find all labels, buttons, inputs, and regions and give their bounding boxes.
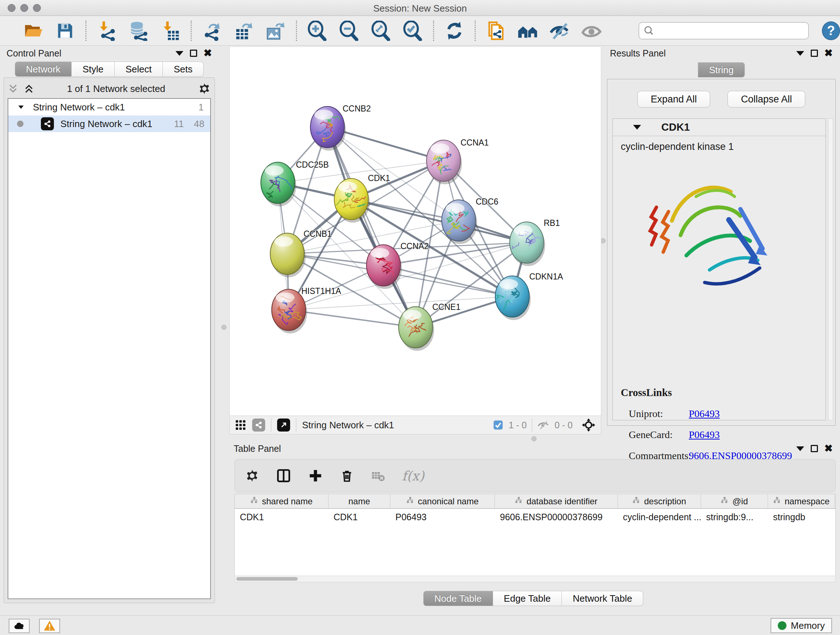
- cloud-button[interactable]: [9, 619, 30, 633]
- column-header-description[interactable]: description: [618, 494, 701, 508]
- refresh-button[interactable]: [444, 20, 465, 42]
- table-cell[interactable]: CDK1: [235, 509, 328, 525]
- add-column-plus-icon[interactable]: [308, 468, 323, 483]
- network-edge[interactable]: [327, 127, 416, 327]
- left-splitter-handle[interactable]: [221, 325, 226, 330]
- column-header-name[interactable]: name: [328, 494, 390, 508]
- collapse-all-button[interactable]: Collapse All: [728, 91, 805, 108]
- gear-icon[interactable]: [198, 82, 211, 95]
- show-columns-icon[interactable]: [276, 468, 291, 483]
- search-input[interactable]: [654, 26, 804, 36]
- export-network-button[interactable]: [201, 20, 223, 42]
- export-image-button[interactable]: [265, 20, 286, 42]
- tab-sets[interactable]: Sets: [163, 62, 204, 77]
- results-scrollbar[interactable]: [828, 119, 833, 420]
- network-edge[interactable]: [289, 310, 416, 327]
- network-canvas[interactable]: CCNB2CCNA1CDC25BCDK1CDC6RB1CCNB1CCNA2CDK…: [229, 47, 601, 416]
- birds-eye-view-icon[interactable]: [235, 419, 246, 431]
- network-node-CCNB1[interactable]: [270, 233, 306, 277]
- zoom-in-button[interactable]: [306, 20, 328, 42]
- network-node-CCNE1[interactable]: [399, 307, 434, 351]
- network-node-RB1[interactable]: [509, 222, 545, 266]
- zoom-out-button[interactable]: [338, 20, 360, 42]
- import-network-database-button[interactable]: [128, 20, 149, 42]
- hide-selected-button[interactable]: [549, 20, 570, 42]
- duplicate-network-button[interactable]: [485, 20, 507, 42]
- tab-style[interactable]: Style: [72, 62, 115, 77]
- network-type-icon[interactable]: [252, 418, 265, 432]
- control-panel-tabs: NetworkStyleSelectSets: [3, 62, 216, 77]
- save-icon: [56, 21, 74, 40]
- table-cell[interactable]: stringdb: [768, 509, 835, 525]
- warning-icon: [43, 620, 56, 632]
- network-node-CDK1[interactable]: [332, 179, 370, 223]
- column-header-id[interactable]: @id: [701, 494, 768, 508]
- crosslink-value-link[interactable]: P06493: [689, 408, 720, 420]
- help-button[interactable]: ?: [822, 21, 840, 40]
- toolbar-search[interactable]: [638, 22, 809, 40]
- tab-network-table[interactable]: Network Table: [562, 591, 643, 606]
- bottom-splitter-handle[interactable]: [531, 436, 537, 441]
- table-cell[interactable]: CDK1: [328, 509, 390, 525]
- column-header-sharedname[interactable]: shared name: [235, 494, 328, 508]
- collapse-all-icon[interactable]: [8, 83, 19, 94]
- table-horizontal-scrollbar[interactable]: [234, 576, 836, 582]
- delete-column-trash-icon[interactable]: [340, 469, 354, 483]
- panel-menu-icon[interactable]: [796, 51, 804, 56]
- selected-checkbox-icon[interactable]: [493, 420, 504, 431]
- import-network-file-button[interactable]: [96, 20, 118, 42]
- expand-all-button[interactable]: Expand All: [638, 91, 711, 108]
- table-settings-gear-icon[interactable]: [245, 469, 259, 483]
- import-table-button[interactable]: [159, 20, 181, 42]
- gene-section-header[interactable]: CDK1: [613, 119, 826, 136]
- node-label-CDKN1A: CDKN1A: [529, 272, 563, 281]
- fit-selected-crosshair-icon[interactable]: [581, 418, 596, 432]
- right-splitter-handle[interactable]: [600, 238, 606, 243]
- tree-expand-icon[interactable]: [17, 103, 25, 111]
- scrollbar-thumb[interactable]: [236, 577, 298, 581]
- column-header-databaseidentifier[interactable]: database identifier: [495, 494, 618, 508]
- save-session-button[interactable]: [54, 20, 76, 42]
- panel-menu-icon[interactable]: [175, 51, 183, 56]
- collapse-triangle-icon[interactable]: [633, 125, 641, 130]
- open-session-button[interactable]: [22, 20, 44, 42]
- table-cell[interactable]: P06493: [390, 509, 495, 525]
- open-external-icon[interactable]: [277, 418, 290, 432]
- show-all-button[interactable]: [581, 20, 602, 42]
- panel-float-icon[interactable]: [190, 50, 197, 57]
- memory-button[interactable]: Memory: [771, 618, 832, 633]
- tab-edge-table[interactable]: Edge Table: [493, 591, 562, 606]
- zoom-selected-button[interactable]: [402, 20, 424, 42]
- network-node-CCNA1[interactable]: [426, 140, 462, 184]
- network-item-row[interactable]: String Network – cdk1 11 48: [8, 116, 210, 132]
- table-cell[interactable]: 9606.ENSP00000378699: [495, 509, 618, 525]
- panel-float-icon[interactable]: [811, 445, 818, 452]
- panel-close-icon[interactable]: ✖: [824, 50, 833, 57]
- export-table-button[interactable]: [233, 20, 255, 42]
- table-cell[interactable]: stringdb:9...: [701, 509, 768, 525]
- gene-description: cyclin-dependent kinase 1: [613, 136, 826, 152]
- expand-all-icon[interactable]: [24, 83, 34, 94]
- panel-close-icon[interactable]: ✖: [824, 445, 833, 452]
- network-collection-row[interactable]: String Network – cdk1 1: [8, 99, 210, 116]
- table-cell[interactable]: cyclin-dependent ...: [618, 509, 701, 525]
- network-node-HIST1H1A[interactable]: [272, 289, 307, 333]
- tab-node-table[interactable]: Node Table: [423, 591, 493, 606]
- tab-network[interactable]: Network: [15, 62, 72, 77]
- tab-select[interactable]: Select: [115, 62, 163, 77]
- network-view-toolbar: String Network – cdk1 1 - 0 0 - 0: [229, 416, 601, 434]
- zoom-fit-button[interactable]: [370, 20, 392, 42]
- network-node-CCNB2[interactable]: [310, 106, 346, 150]
- panel-menu-icon[interactable]: [796, 447, 804, 451]
- panel-close-icon[interactable]: ✖: [204, 50, 212, 57]
- warnings-button[interactable]: [39, 619, 60, 633]
- crosslink-value-link[interactable]: P06493: [689, 429, 720, 440]
- network-node-CCNA2[interactable]: [366, 245, 402, 289]
- column-header-namespace[interactable]: namespace: [768, 494, 835, 508]
- first-neighbors-button[interactable]: [517, 20, 538, 42]
- network-node-CDKN1A[interactable]: [493, 276, 531, 320]
- panel-float-icon[interactable]: [811, 50, 818, 57]
- tab-string[interactable]: String: [698, 62, 745, 78]
- node-table[interactable]: shared namenamecanonical namedatabase id…: [234, 494, 836, 576]
- column-header-canonicalname[interactable]: canonical name: [390, 494, 495, 508]
